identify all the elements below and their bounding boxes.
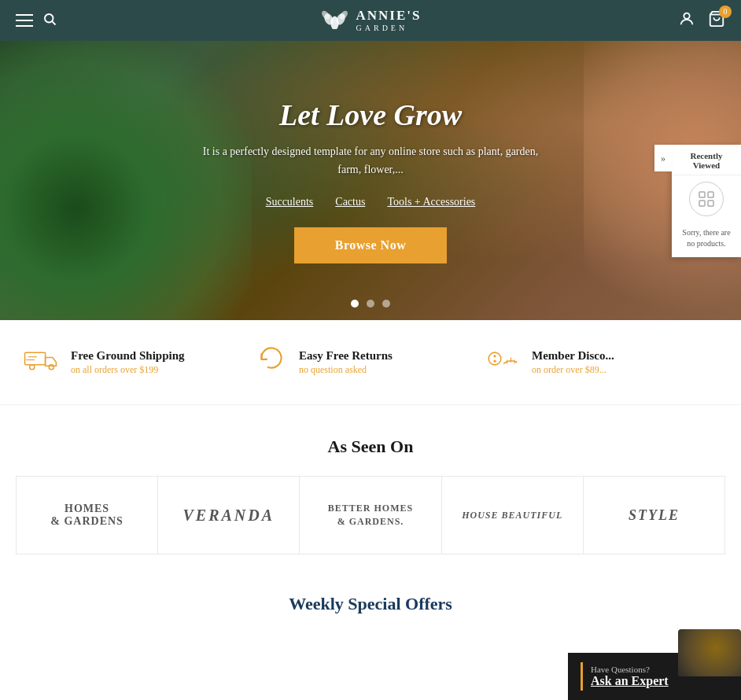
svg-point-18 [488, 352, 501, 365]
ask-expert-image [678, 629, 741, 630]
dot-3[interactable] [382, 300, 390, 308]
feature-discount-text: Member Disco... on order over $89... [532, 349, 614, 376]
feature-discount-sub: on order over $89... [532, 364, 614, 376]
as-seen-on-heading: As Seen On [16, 437, 725, 457]
logos-row: HOMES& GARDENS VERANDA Better Homes& Gar… [16, 476, 725, 554]
header-right: 0 [678, 10, 725, 31]
svg-point-19 [493, 355, 496, 357]
weekly-special-heading: Weekly Special Offers [16, 594, 725, 614]
logo-brand: ANNIE'S [356, 9, 422, 24]
brand-name-house: House Beautiful [462, 510, 562, 521]
header: ANNIE'S GARDEN 0 [0, 0, 741, 41]
feature-returns-text: Easy Free Returns no question asked [299, 349, 393, 376]
header-left [16, 12, 57, 30]
feature-returns-title: Easy Free Returns [299, 349, 393, 363]
logo-text-block: ANNIE'S GARDEN [356, 9, 422, 32]
svg-point-14 [30, 365, 35, 370]
hero-section: 01 02 03 » Recently Viewed Sorry, there … [0, 41, 741, 320]
svg-rect-13 [25, 352, 46, 364]
cart-icon[interactable]: 0 [708, 10, 725, 31]
svg-line-1 [52, 21, 55, 24]
dot-1[interactable] [351, 300, 359, 308]
hamburger-menu[interactable] [16, 14, 33, 27]
features-bar: Free Ground Shipping on all orders over … [0, 320, 741, 405]
logo-icon [320, 7, 350, 34]
recently-viewed-empty-text: Sorry, there are no products. [672, 223, 741, 257]
hero-link-cactus[interactable]: Cactus [335, 196, 365, 208]
hero-dots [351, 300, 390, 308]
as-seen-on-section: As Seen On HOMES& GARDENS VERANDA Better… [0, 405, 741, 570]
hero-link-succulents[interactable]: Succulents [266, 196, 314, 208]
svg-rect-11 [699, 201, 705, 206]
brand-name-veranda: VERANDA [183, 507, 275, 525]
returns-icon [255, 342, 288, 382]
logo-style: style [583, 476, 725, 554]
feature-discount-title: Member Disco... [532, 349, 614, 363]
hero-title: Let Love Grow [197, 98, 544, 132]
svg-point-0 [45, 14, 53, 23]
svg-rect-9 [699, 192, 705, 197]
svg-rect-12 [708, 201, 713, 206]
recently-viewed-header: Recently Viewed [672, 145, 741, 175]
feature-discount: Member Disco... on order over $89... [486, 344, 717, 381]
user-icon[interactable] [678, 10, 695, 31]
site-logo[interactable]: ANNIE'S GARDEN [320, 7, 422, 34]
search-icon[interactable] [42, 12, 57, 30]
feature-shipping: Free Ground Shipping on all orders over … [24, 344, 255, 380]
brand-name-style: style [629, 507, 680, 524]
discount-icon [486, 344, 521, 381]
svg-point-7 [684, 13, 689, 18]
shipping-icon [24, 344, 60, 380]
browse-now-button[interactable]: Browse Now [294, 227, 447, 263]
hero-link-tools[interactable]: Tools + Accessories [387, 196, 475, 208]
feature-shipping-sub: on all orders over $199 [71, 364, 185, 376]
recently-viewed-placeholder-icon [689, 182, 724, 216]
dot-2[interactable] [367, 300, 374, 308]
weekly-special-section: Weekly Special Offers [0, 570, 741, 630]
hero-category-links: Succulents Cactus Tools + Accessories [197, 196, 544, 208]
logo-better-homes: Better Homes& Gardens. [299, 476, 441, 554]
recently-viewed-icon-area [672, 175, 741, 223]
brand-name-better: Better Homes& Gardens. [328, 502, 413, 529]
logo-house-beautiful: House Beautiful [441, 476, 583, 554]
cart-badge: 0 [719, 6, 732, 18]
hero-subtitle: It is a perfectly designed template for … [197, 143, 544, 179]
hero-content: Let Love Grow It is a perfectly designed… [197, 98, 544, 263]
logo-homes-gardens: HOMES& GARDENS [16, 476, 157, 554]
recently-viewed-toggle[interactable]: » [654, 145, 672, 171]
feature-returns-sub: no question asked [299, 364, 393, 376]
brand-name-homes: HOMES& GARDENS [50, 503, 124, 528]
feature-shipping-text: Free Ground Shipping on all orders over … [71, 349, 185, 376]
logo-veranda: VERANDA [157, 476, 299, 554]
svg-rect-10 [708, 192, 713, 197]
feature-returns: Easy Free Returns no question asked [255, 342, 486, 382]
recently-viewed-panel: » Recently Viewed Sorry, there are no pr… [672, 145, 741, 257]
logo-sub: GARDEN [356, 24, 422, 32]
svg-point-20 [493, 360, 496, 363]
feature-shipping-title: Free Ground Shipping [71, 349, 185, 363]
